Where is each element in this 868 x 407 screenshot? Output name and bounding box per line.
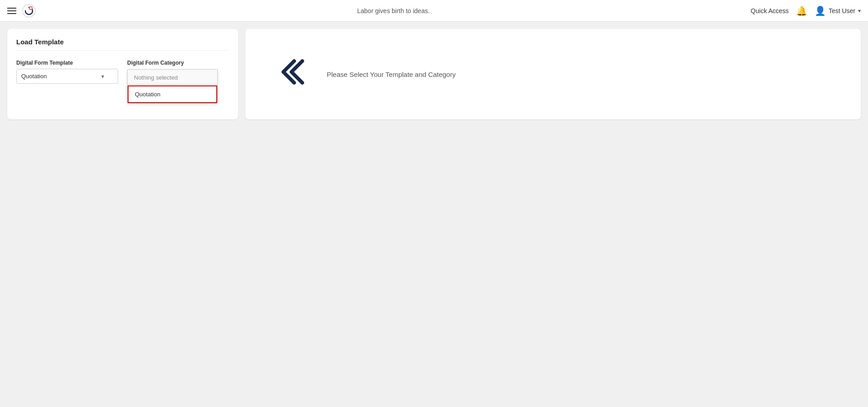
main-content: Load Template Digital Form Template Quot… — [0, 22, 868, 407]
navbar: Labor gives birth to ideas. Quick Access… — [0, 0, 868, 22]
form-fields-row: Digital Form Template Quotation ▾ Digita… — [16, 60, 229, 84]
panel-title: Load Template — [16, 38, 229, 51]
navbar-tagline: Labor gives birth to ideas. — [36, 7, 751, 14]
svg-point-0 — [23, 5, 35, 17]
navbar-left — [7, 4, 36, 18]
category-option-nothing-selected[interactable]: Nothing selected — [128, 70, 217, 85]
app-logo-icon — [22, 4, 36, 18]
category-option-quotation[interactable]: Quotation — [128, 85, 217, 103]
user-menu[interactable]: 👤 Test User ▾ — [815, 5, 861, 16]
user-name-label: Test User — [829, 7, 855, 14]
notification-bell-icon[interactable]: 🔔 — [796, 5, 807, 16]
template-field: Digital Form Template Quotation ▾ — [16, 60, 118, 84]
hamburger-menu-icon[interactable] — [7, 8, 16, 14]
template-label: Digital Form Template — [16, 60, 118, 66]
template-dropdown-arrow-icon: ▾ — [101, 73, 104, 80]
template-selected-value: Quotation — [21, 73, 47, 80]
template-select-wrapper: Quotation ▾ — [16, 69, 118, 84]
load-template-panel: Load Template Digital Form Template Quot… — [7, 29, 238, 119]
template-select[interactable]: Quotation ▾ — [16, 69, 118, 84]
user-avatar-icon: 👤 — [815, 5, 826, 16]
navbar-right: Quick Access 🔔 👤 Test User ▾ — [751, 5, 861, 16]
category-dropdown-menu: Nothing selected Quotation — [127, 69, 218, 104]
select-prompt-text: Please Select Your Template and Category — [327, 71, 456, 78]
user-chevron-down-icon: ▾ — [858, 8, 861, 14]
tagline-text: Labor gives birth to ideas. — [357, 7, 429, 14]
category-field: Digital Form Category Nothing selected Q… — [127, 60, 229, 69]
category-label: Digital Form Category — [127, 60, 229, 66]
preview-panel: Please Select Your Template and Category — [245, 29, 861, 119]
double-chevron-icon — [272, 54, 309, 95]
svg-point-2 — [30, 7, 32, 9]
quick-access-link[interactable]: Quick Access — [751, 7, 789, 14]
